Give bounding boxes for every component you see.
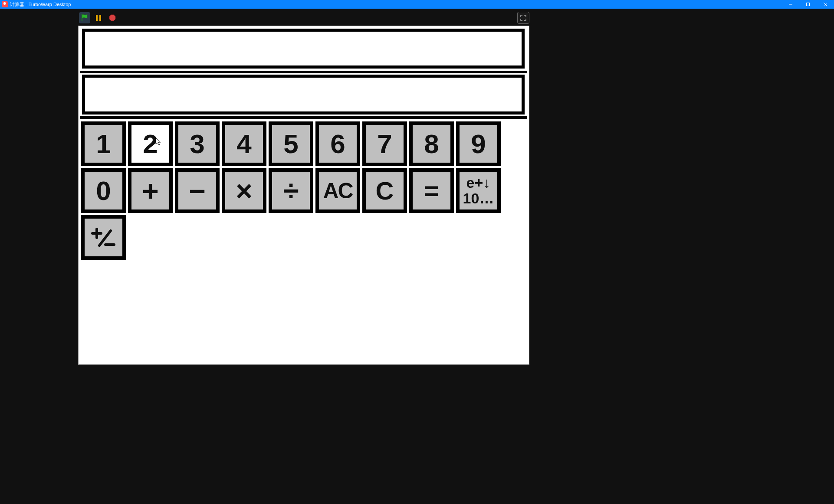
pause-button[interactable] <box>93 12 104 23</box>
svg-rect-1 <box>807 3 810 6</box>
maximize-button[interactable] <box>799 0 817 9</box>
minimize-button[interactable] <box>782 0 799 9</box>
key-4[interactable]: 4 <box>222 121 266 166</box>
key-scientific-top: e+↓ <box>463 175 494 191</box>
svg-rect-5 <box>99 15 101 21</box>
key-all-clear[interactable]: AC <box>315 168 360 213</box>
key-5[interactable]: 5 <box>269 121 313 166</box>
svg-marker-6 <box>109 15 115 21</box>
key-minus[interactable]: − <box>175 168 220 213</box>
close-button[interactable] <box>817 0 834 9</box>
desktop-area: 1 2 3 4 5 6 7 8 9 0 + − × ÷ AC C = e+↓ 1… <box>0 9 834 504</box>
key-divide[interactable]: ÷ <box>269 168 313 213</box>
window-titlebar: 计算器 - TurboWarp Desktop <box>0 0 834 9</box>
fullscreen-button[interactable] <box>517 12 529 24</box>
display-line-2 <box>82 75 525 115</box>
key-1[interactable]: 1 <box>81 121 126 166</box>
key-2[interactable]: 2 <box>128 121 173 166</box>
key-scientific[interactable]: e+↓ 10… <box>456 168 501 213</box>
svg-rect-4 <box>96 15 98 21</box>
display-line-1 <box>82 29 525 69</box>
key-multiply[interactable]: × <box>222 168 266 213</box>
key-plus[interactable]: + <box>128 168 173 213</box>
app-icon <box>2 1 8 7</box>
plus-minus-icon <box>91 225 117 251</box>
key-0[interactable]: 0 <box>81 168 126 213</box>
stop-button[interactable] <box>107 12 118 23</box>
key-6[interactable]: 6 <box>315 121 360 166</box>
key-3[interactable]: 3 <box>175 121 220 166</box>
display-divider <box>80 71 527 73</box>
key-clear[interactable]: C <box>362 168 407 213</box>
green-flag-button[interactable] <box>79 12 90 23</box>
key-9[interactable]: 9 <box>456 121 501 166</box>
window-title: 计算器 - TurboWarp Desktop <box>10 1 71 8</box>
stage-controls <box>78 10 530 26</box>
key-8[interactable]: 8 <box>409 121 454 166</box>
stage[interactable]: 1 2 3 4 5 6 7 8 9 0 + − × ÷ AC C = e+↓ 1… <box>78 26 529 365</box>
key-equals[interactable]: = <box>409 168 454 213</box>
key-7[interactable]: 7 <box>362 121 407 166</box>
key-plus-minus[interactable] <box>81 215 126 260</box>
key-scientific-bot: 10… <box>463 191 494 206</box>
display-bottom-rule <box>80 116 527 119</box>
